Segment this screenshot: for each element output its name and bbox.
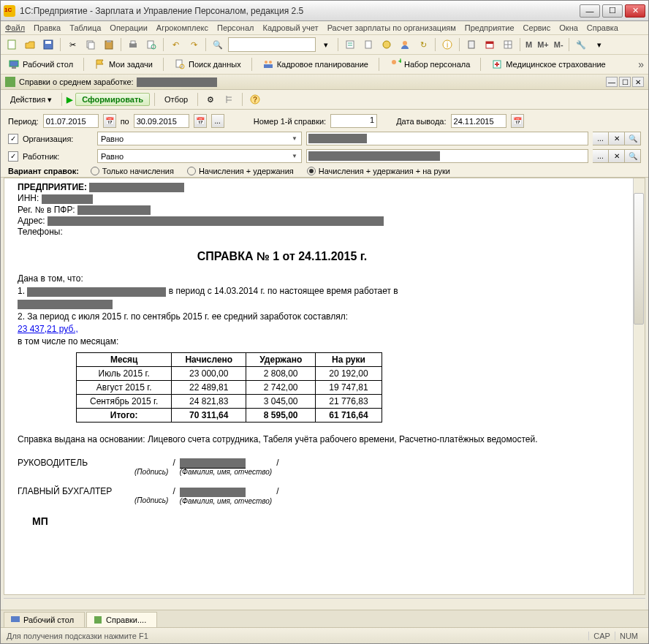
- calc-icon[interactable]: [463, 37, 479, 53]
- menu-enterprise[interactable]: Предприятие: [465, 23, 515, 32]
- clear-button[interactable]: ✕: [609, 132, 625, 145]
- new-icon[interactable]: [4, 37, 20, 53]
- help-small-icon[interactable]: ?: [247, 91, 263, 107]
- nav-desktop[interactable]: Рабочий стол: [5, 57, 76, 72]
- lookup-button[interactable]: 🔍: [625, 149, 641, 163]
- svg-rect-14: [365, 41, 371, 48]
- clear-button[interactable]: ✕: [609, 149, 625, 163]
- variant-opt2-radio[interactable]: [187, 167, 196, 175]
- outdate-input[interactable]: 24.11.2015: [451, 114, 506, 128]
- variant-opt3-label: Начисления + удержания + на руки: [319, 167, 450, 175]
- nav-planning[interactable]: Кадровое планирование: [259, 57, 371, 72]
- close-button[interactable]: ✕: [625, 4, 645, 18]
- print-icon[interactable]: [125, 37, 141, 53]
- minimize-button[interactable]: —: [580, 4, 600, 18]
- horizontal-scrollbar[interactable]: [4, 598, 645, 610]
- report-icon[interactable]: [342, 37, 358, 53]
- grid-icon[interactable]: [500, 37, 516, 53]
- nav-tasks[interactable]: Мои задачи: [91, 57, 156, 72]
- document-area[interactable]: ПРЕДПРИЯТИЕ: ИНН: Рег. № в ПФР: Адрес: Т…: [4, 178, 645, 595]
- variant-opt3-radio[interactable]: [307, 167, 316, 175]
- menu-staff[interactable]: Персонал: [217, 23, 254, 32]
- copy-icon[interactable]: [83, 37, 99, 53]
- menu-payroll[interactable]: Расчет зарплаты по организациям: [327, 23, 456, 32]
- statusbar: Для получения подсказки нажмите F1 CAP N…: [1, 627, 648, 643]
- settings-small-icon[interactable]: ⚙: [202, 91, 219, 107]
- amount-link[interactable]: 23 437,21 руб.,: [18, 324, 78, 334]
- org-checkbox[interactable]: ✓: [8, 134, 18, 144]
- desktop-icon: [8, 58, 20, 70]
- menu-agrocomplex[interactable]: Агрокомплекс: [156, 23, 208, 32]
- calendar-icon[interactable]: 📅: [194, 114, 207, 128]
- separator: [121, 38, 121, 51]
- paste-icon[interactable]: [101, 37, 117, 53]
- settings-icon[interactable]: 🔧: [573, 37, 589, 53]
- undo-icon[interactable]: ↶: [167, 37, 183, 53]
- sub-close-button[interactable]: ✕: [632, 77, 644, 87]
- th-net: На руки: [316, 352, 382, 366]
- dropdown-icon[interactable]: ▾: [591, 37, 607, 53]
- menu-windows[interactable]: Окна: [559, 23, 578, 32]
- toolbar-search-input[interactable]: [228, 37, 316, 52]
- select-button[interactable]: ...: [593, 132, 609, 145]
- tab-desktop[interactable]: Рабочий стол: [4, 612, 85, 627]
- print-preview-icon[interactable]: [143, 37, 159, 53]
- memory-m-button[interactable]: M: [524, 40, 534, 49]
- sub-minimize-button[interactable]: —: [606, 77, 618, 87]
- table-total-row: Итого: 70 311,64 8 595,00 61 716,64: [77, 408, 382, 422]
- period-picker-button[interactable]: ...: [211, 114, 224, 128]
- redo-icon[interactable]: ↷: [186, 37, 202, 53]
- actions-button[interactable]: Действия ▾: [5, 93, 57, 107]
- org-icon[interactable]: [379, 37, 395, 53]
- refresh-icon[interactable]: ↻: [415, 37, 431, 53]
- find-icon[interactable]: 🔍: [210, 37, 226, 53]
- lookup-button[interactable]: 🔍: [625, 132, 641, 145]
- generate-button[interactable]: Сформировать: [75, 93, 150, 106]
- menu-edit[interactable]: Правка: [34, 23, 61, 32]
- cut-icon[interactable]: ✂: [64, 37, 80, 53]
- org-value-input[interactable]: [306, 132, 588, 145]
- worker-value-input[interactable]: [306, 149, 588, 163]
- menu-help[interactable]: Справка: [587, 23, 618, 32]
- save-icon[interactable]: [40, 37, 56, 53]
- maximize-button[interactable]: ☐: [602, 4, 623, 18]
- memory-mplus-button[interactable]: M+: [536, 40, 550, 49]
- app-window: 1С:Предприятие - Зарплата и Управление П…: [0, 0, 649, 644]
- svg-rect-26: [12, 67, 16, 69]
- memory-mminus-button[interactable]: M-: [553, 40, 565, 49]
- nav-search[interactable]: Поиск данных: [171, 57, 244, 72]
- doc-icon[interactable]: [360, 37, 376, 53]
- menu-table[interactable]: Таблица: [69, 23, 101, 32]
- calendar-icon[interactable]: [482, 37, 498, 53]
- filter-button[interactable]: Отбор: [159, 93, 193, 106]
- date-from-input[interactable]: 01.07.2015: [43, 114, 99, 128]
- menu-service[interactable]: Сервис: [523, 23, 551, 32]
- nav-recruit[interactable]: + Набор персонала: [387, 57, 473, 72]
- select-button[interactable]: ...: [593, 149, 609, 163]
- calendar-icon[interactable]: 📅: [511, 114, 524, 128]
- menu-file[interactable]: Файл: [5, 23, 25, 32]
- scrollbar-thumb[interactable]: [634, 193, 644, 325]
- date-to-input[interactable]: 30.09.2015: [134, 114, 189, 128]
- calendar-icon[interactable]: 📅: [103, 114, 116, 128]
- help-icon[interactable]: i: [439, 37, 455, 53]
- tab-document[interactable]: Справки....: [86, 612, 157, 627]
- menu-kadr[interactable]: Кадровый учет: [262, 23, 318, 32]
- redacted-text: [180, 488, 246, 497]
- menu-operations[interactable]: Операции: [110, 23, 147, 32]
- nav-more-icon[interactable]: »: [638, 58, 644, 70]
- separator: [480, 58, 481, 71]
- nav-med[interactable]: Медицинское страхование: [488, 57, 608, 72]
- number-input[interactable]: 1: [330, 114, 377, 128]
- nav-label: Рабочий стол: [23, 60, 73, 69]
- open-icon[interactable]: [22, 37, 38, 53]
- vertical-scrollbar[interactable]: [633, 178, 645, 594]
- sub-maximize-button[interactable]: ☐: [619, 77, 631, 87]
- variant-opt1-radio[interactable]: [91, 167, 99, 175]
- worker-operator-combo[interactable]: Равно▼: [97, 149, 302, 163]
- tree-icon[interactable]: [221, 91, 238, 107]
- org-operator-combo[interactable]: Равно▼: [97, 132, 302, 145]
- worker-checkbox[interactable]: ✓: [8, 151, 18, 162]
- search-go-icon[interactable]: ▾: [318, 37, 334, 53]
- person-icon[interactable]: [397, 37, 413, 53]
